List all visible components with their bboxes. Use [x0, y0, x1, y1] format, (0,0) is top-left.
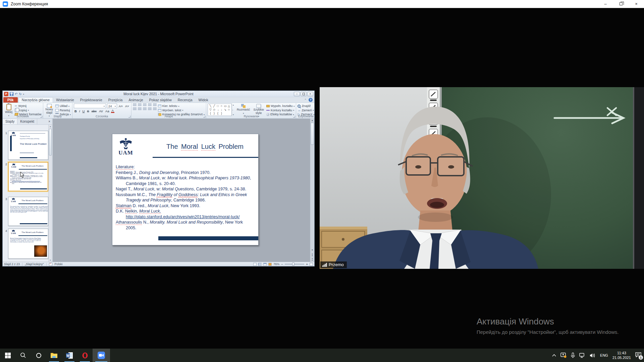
ppt-close-button[interactable]: ×: [307, 92, 313, 96]
qat-dropdown-icon[interactable]: ▾: [23, 93, 24, 95]
screen-share-status-icon[interactable]: [560, 353, 567, 358]
clipboard-dialog-launcher[interactable]: [40, 116, 42, 118]
find-button[interactable]: Znajdź: [298, 104, 314, 108]
character-spacing-button[interactable]: AV: [98, 109, 104, 113]
slide-canvas[interactable]: UAM The Moral Luck Problem Literature:Fe…: [112, 134, 259, 245]
ribbon-tab-projektowanie[interactable]: Projektowanie: [77, 98, 105, 103]
slide-thumbnail-1[interactable]: UAMTheological FacultyDepartment of Phil…: [8, 131, 48, 160]
normal-view-button[interactable]: [253, 263, 257, 266]
shape-glyph[interactable]: ↘: [223, 108, 227, 112]
zoom-taskbar-button[interactable]: [93, 349, 110, 362]
ribbon-tab-narz-dzia-g-wne[interactable]: Narzędzia główne: [18, 97, 53, 103]
restore-button[interactable]: [613, 0, 629, 8]
shape-glyph[interactable]: ☆: [227, 108, 231, 112]
shape-glyph[interactable]: □: [216, 104, 220, 108]
action-center-button[interactable]: 1: [635, 352, 641, 358]
zoom-out-button[interactable]: −: [281, 262, 283, 266]
slide-thumbnail-2[interactable]: UAMThe Moral Luck ProblemLiterature:Fein…: [8, 162, 48, 191]
ribbon-tab-recenzja[interactable]: Recenzja: [175, 98, 196, 103]
language-indicator[interactable]: ENG: [600, 353, 608, 357]
taskbar-clock[interactable]: 11:43 21.05.2021: [612, 351, 631, 360]
panel-scroll-down-icon[interactable]: ▼: [49, 259, 52, 261]
slideshow-view-button[interactable]: [268, 263, 272, 266]
opera-button[interactable]: [77, 349, 93, 362]
previous-slide-button[interactable]: ▲▲: [310, 253, 314, 256]
align-left-icon[interactable]: [133, 108, 137, 111]
microphone-icon[interactable]: [571, 353, 575, 358]
grow-font-button[interactable]: A˄: [118, 104, 123, 108]
ppt-minimize-button[interactable]: –: [294, 92, 300, 96]
ribbon-tab-widok[interactable]: Widok: [196, 98, 211, 103]
editor-scrollbar[interactable]: ▲ ▼ ▲▲ ▼▼: [310, 119, 314, 262]
search-button[interactable]: [15, 349, 31, 362]
italic-button[interactable]: I: [78, 109, 81, 113]
shapes-gallery-scroll[interactable]: ▲▪▼: [232, 104, 234, 116]
replace-button[interactable]: ↔Zamień▾: [298, 109, 314, 112]
layout-button[interactable]: Układ▾: [55, 104, 71, 108]
ribbon-tab-plik[interactable]: Plik: [3, 97, 18, 103]
shape-glyph[interactable]: ◇: [212, 108, 216, 112]
panel-tab-outline[interactable]: Konspekt: [17, 119, 37, 124]
speaker-icon[interactable]: [590, 353, 596, 358]
shapes-gallery[interactable]: ╲╱□○▭△▽◇→↓↘☆(){}: [208, 104, 232, 116]
cortana-button[interactable]: [31, 349, 46, 362]
ribbon-tab-przej-cia[interactable]: Przejścia: [105, 98, 126, 103]
indent-increase-icon[interactable]: [148, 104, 152, 107]
undo-icon[interactable]: ↶: [15, 92, 17, 96]
shape-glyph[interactable]: ▭: [223, 104, 227, 108]
zoom-in-button[interactable]: +: [306, 262, 308, 266]
slide-sorter-view-button[interactable]: [258, 263, 262, 266]
save-icon[interactable]: [10, 92, 13, 96]
drawing-dialog-launcher[interactable]: [293, 116, 295, 118]
panel-scrollbar[interactable]: ▲ ▼: [48, 125, 52, 262]
network-display-icon[interactable]: [579, 353, 585, 358]
word-button[interactable]: W: [62, 349, 77, 362]
close-button[interactable]: ×: [629, 0, 644, 8]
tray-expand-icon[interactable]: [552, 354, 556, 357]
change-case-button[interactable]: Aa: [105, 109, 110, 113]
shape-glyph[interactable]: ↓: [220, 108, 223, 112]
shape-glyph[interactable]: →: [216, 108, 220, 112]
numbering-icon[interactable]: [138, 104, 142, 107]
scroll-up-icon[interactable]: ▲: [310, 119, 314, 122]
text-direction-button[interactable]: Kier. tekstu▾: [158, 104, 205, 108]
editor-scrollbar-thumb[interactable]: [311, 123, 314, 145]
align-right-icon[interactable]: [143, 108, 147, 111]
underline-button[interactable]: U: [82, 109, 86, 113]
shadow-button[interactable]: S: [86, 109, 90, 113]
ppt-restore-button[interactable]: [301, 92, 307, 96]
align-text-button[interactable]: Wyrówn. tekst▾: [158, 109, 205, 112]
shape-glyph[interactable]: △: [227, 104, 231, 108]
shape-fill-button[interactable]: Wypełn. kształtu▾: [266, 104, 294, 108]
shape-glyph[interactable]: ○: [220, 104, 223, 108]
shape-glyph[interactable]: ╲: [209, 104, 212, 108]
help-icon[interactable]: ?: [309, 98, 313, 102]
indent-decrease-icon[interactable]: [143, 104, 147, 107]
minimize-ribbon-icon[interactable]: ⌃: [304, 99, 307, 102]
line-spacing-icon[interactable]: [153, 104, 157, 107]
next-slide-button[interactable]: ▼▼: [310, 258, 314, 261]
strikethrough-button[interactable]: abc: [91, 109, 97, 113]
font-color-button[interactable]: A: [111, 109, 114, 113]
ribbon-tab-pokaz-slajd-w[interactable]: Pokaz slajdów: [146, 98, 175, 103]
fit-to-window-button[interactable]: [310, 263, 313, 266]
copy-button[interactable]: Kopiuj▾: [15, 109, 42, 112]
zoom-slider[interactable]: [285, 264, 304, 264]
align-center-icon[interactable]: [138, 108, 142, 111]
cut-button[interactable]: ✂Wytnij: [15, 104, 42, 108]
redo-icon[interactable]: ↻: [19, 92, 21, 96]
font-name-select[interactable]: ▾: [74, 104, 106, 108]
font-dialog-launcher[interactable]: [128, 116, 130, 118]
reading-view-button[interactable]: [263, 263, 267, 266]
bold-button[interactable]: B: [74, 109, 77, 113]
slide-thumbnail-4[interactable]: UAMThe Moral Luck ProblemA classic liter…: [8, 229, 48, 259]
ribbon-tab-wstawianie[interactable]: Wstawianie: [53, 98, 77, 103]
language-status[interactable]: Polski: [55, 262, 63, 266]
zoom-slider-knob[interactable]: [292, 262, 294, 266]
panel-close-button[interactable]: ×: [47, 120, 52, 123]
shape-outline-button[interactable]: Kontury kształtu▾: [266, 109, 294, 112]
panel-scrollbar-thumb[interactable]: [49, 129, 52, 156]
panel-tab-slides[interactable]: Slajdy: [3, 119, 17, 124]
scroll-down-icon[interactable]: ▼: [310, 248, 314, 252]
start-button[interactable]: [0, 349, 15, 362]
